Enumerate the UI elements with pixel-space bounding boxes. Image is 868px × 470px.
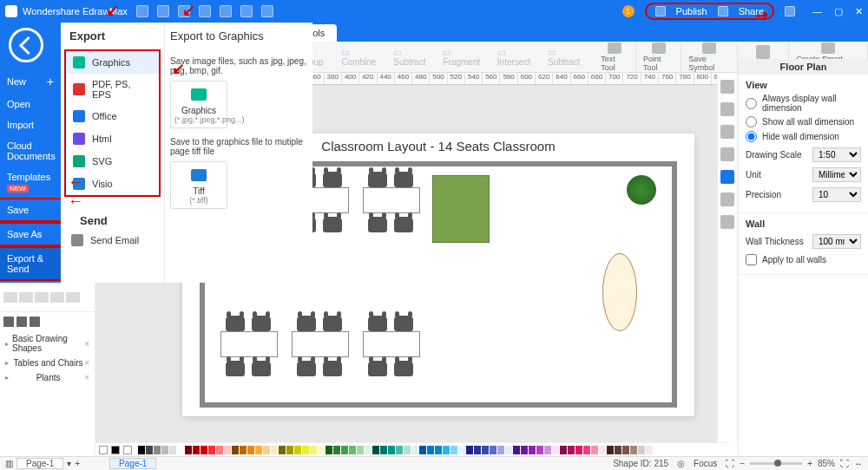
pages-icon[interactable]: ▥ [5, 459, 13, 468]
color-swatch[interactable] [357, 446, 364, 454]
color-swatch[interactable] [638, 446, 645, 454]
color-swatch[interactable] [497, 446, 504, 454]
color-swatch[interactable] [138, 446, 145, 454]
color-swatch[interactable] [185, 446, 192, 454]
color-swatch[interactable] [411, 446, 418, 454]
rt-icon-7[interactable] [720, 215, 734, 229]
unit-select[interactable]: Millimet... [812, 167, 861, 182]
fullscreen-icon[interactable]: ⛶ [840, 459, 849, 468]
opt-show-all[interactable]: Show all wall dimension [746, 116, 861, 127]
ribbon-save-symbol[interactable]: Save Symbol [681, 42, 738, 72]
file-menu-templates[interactable]: Templates NEW [0, 166, 61, 198]
rt-floorplan-icon[interactable] [720, 170, 734, 184]
color-swatch[interactable] [372, 446, 379, 454]
minimize-button[interactable]: — [812, 6, 822, 17]
color-swatch[interactable] [294, 446, 301, 454]
color-swatch[interactable] [208, 446, 215, 454]
zoom-control[interactable]: ⛶ − + 85% ⛶ ↔ [726, 459, 863, 468]
color-swatch[interactable] [552, 446, 559, 454]
color-swatch[interactable] [450, 446, 457, 454]
color-swatch[interactable] [482, 446, 489, 454]
apply-all-walls[interactable]: Apply to all walls [746, 254, 861, 265]
color-swatch[interactable] [161, 446, 168, 454]
maximize-button[interactable]: ▢ [834, 6, 843, 17]
color-swatch[interactable] [247, 446, 254, 454]
export-item-graphics[interactable]: Graphics [66, 51, 159, 74]
color-swatch[interactable] [396, 446, 403, 454]
rt-theme-icon[interactable] [720, 80, 734, 94]
color-swatch[interactable] [505, 446, 512, 454]
opt-hide[interactable]: Hide wall dimension [746, 131, 861, 142]
color-swatch[interactable] [365, 446, 372, 454]
publish-button[interactable]: Publish [676, 6, 707, 16]
color-swatch[interactable] [622, 446, 629, 454]
focus-icon[interactable]: ◎ [677, 459, 685, 468]
export-item-svg[interactable]: SVG [66, 150, 159, 173]
zoom-slider[interactable] [750, 462, 802, 465]
publish-icon[interactable] [655, 6, 666, 16]
color-swatch[interactable] [630, 446, 637, 454]
color-swatch[interactable] [404, 446, 411, 454]
color-swatch[interactable] [575, 446, 582, 454]
export-item-office[interactable]: Office [66, 105, 159, 127]
add-page-icon[interactable]: + [75, 459, 80, 468]
precision-select[interactable]: 10 [812, 187, 861, 202]
page-tab[interactable]: Page-1 [16, 458, 63, 469]
rt-more-icon[interactable] [720, 147, 734, 161]
color-swatch[interactable] [513, 446, 520, 454]
color-swatch[interactable] [263, 446, 270, 454]
shape-cat-plants[interactable]: Plants× [0, 370, 95, 385]
doc-tab[interactable]: Page-1 [109, 458, 156, 469]
color-swatch[interactable] [591, 446, 598, 454]
file-menu-open[interactable]: Open [0, 94, 61, 114]
opt-always-display[interactable]: Always display wall dimension [746, 94, 861, 113]
color-swatch[interactable] [286, 446, 293, 454]
notification-badge[interactable]: 1 [622, 5, 635, 17]
wall-thickness-select[interactable]: 100 mm [812, 234, 861, 249]
color-swatch[interactable] [615, 446, 621, 454]
no-fill-icon[interactable] [123, 446, 132, 454]
color-swatch[interactable] [169, 446, 176, 454]
color-swatch[interactable] [318, 446, 325, 454]
shape-cat-tables-and-chairs[interactable]: Tables and Chairs× [0, 356, 95, 370]
export-item-pdf-ps-eps[interactable]: PDF, PS, EPS [66, 74, 159, 105]
close-button[interactable]: ✕ [855, 6, 863, 17]
color-swatch[interactable] [419, 446, 426, 454]
color-swatch[interactable] [279, 446, 286, 454]
rt-bg-icon[interactable] [720, 102, 734, 116]
qat-icon-6[interactable] [240, 5, 253, 17]
color-swatch[interactable] [466, 446, 473, 454]
expand-icon[interactable]: ↔ [854, 459, 863, 468]
file-menu-cloud-documents[interactable]: Cloud Documents [0, 135, 61, 166]
zoom-out-icon[interactable]: − [740, 459, 745, 468]
file-menu-save[interactable]: Save [0, 198, 61, 222]
color-swatch[interactable] [521, 446, 528, 454]
shape-cat-basic-drawing-shapes[interactable]: Basic Drawing Shapes× [0, 331, 95, 356]
color-swatch[interactable] [380, 446, 387, 454]
color-swatch[interactable] [443, 446, 450, 454]
file-menu-new[interactable]: New+ [0, 69, 61, 94]
color-swatch[interactable] [474, 446, 481, 454]
color-swatch[interactable] [388, 446, 395, 454]
qat-icon-7[interactable] [261, 5, 273, 17]
color-swatch[interactable] [458, 446, 465, 454]
drawing-scale-select[interactable]: 1:50 [812, 147, 861, 162]
color-swatch[interactable] [529, 446, 536, 454]
shape-thumbs[interactable] [0, 283, 95, 312]
color-swatch[interactable] [333, 446, 340, 454]
color-swatch[interactable] [536, 446, 543, 454]
color-swatch[interactable] [568, 446, 575, 454]
file-menu-export-send[interactable]: Export & Send [0, 246, 61, 281]
color-swatch[interactable] [232, 446, 239, 454]
zoom-in-icon[interactable]: + [807, 459, 812, 468]
color-swatch[interactable] [216, 446, 223, 454]
color-swatch[interactable] [560, 446, 567, 454]
settings-icon[interactable] [785, 6, 795, 16]
qat-icon-5[interactable] [220, 5, 232, 17]
color-swatch[interactable] [310, 446, 317, 454]
color-swatch[interactable] [146, 446, 153, 454]
color-swatch[interactable] [240, 446, 247, 454]
color-swatch[interactable] [599, 446, 606, 454]
rt-icon-6[interactable] [720, 193, 734, 206]
color-swatch[interactable] [302, 446, 309, 454]
